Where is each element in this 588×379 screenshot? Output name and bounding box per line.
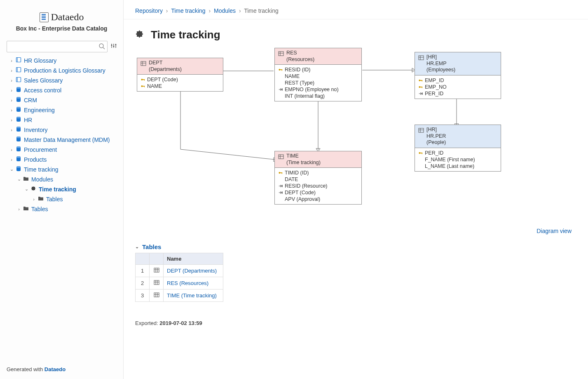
tree-item-time-tracking-module[interactable]: ⌄ Time tracking <box>2 184 122 194</box>
crumb-sep: › <box>166 7 168 14</box>
tree-item[interactable]: ›Production & Logistics Glossary <box>2 66 122 75</box>
tree-item[interactable]: ›Inventory <box>2 125 122 135</box>
table-row: 1DEPT (Departments) <box>136 265 223 277</box>
tree-item-tables-outer[interactable]: › Tables <box>2 204 122 214</box>
expander-icon[interactable]: › <box>8 118 15 122</box>
svg-rect-77 <box>154 293 159 297</box>
table-icon <box>418 55 424 62</box>
tables-heading-label: Tables <box>142 243 161 250</box>
tables-heading[interactable]: ⌄ Tables <box>135 243 576 250</box>
tree-item[interactable]: ›HR <box>2 115 122 125</box>
col-header-blank <box>150 253 164 265</box>
svg-point-59 <box>419 86 420 88</box>
svg-point-41 <box>279 69 280 71</box>
entity-hr-per[interactable]: [HR]HR.PER(People) PER_IDF_NAME (First n… <box>415 125 501 172</box>
entity-dept[interactable]: DEPT(Departments) DEPT (Code)NAME <box>137 58 223 92</box>
tree-item[interactable]: ›Procurement <box>2 145 122 155</box>
expander-icon[interactable]: › <box>8 58 15 63</box>
expander-icon[interactable]: › <box>8 88 15 93</box>
entity-hr-emp[interactable]: [HR]HR.EMP(Employees) EMP_IDEMP_NOPER_ID <box>415 52 501 99</box>
table-icon <box>141 61 146 68</box>
entity-subtitle: (People) <box>426 139 446 146</box>
svg-rect-51 <box>282 185 283 187</box>
tree-label: Inventory <box>24 127 48 133</box>
expander-icon[interactable]: › <box>30 197 37 202</box>
tree-item[interactable]: ›Engineering <box>2 105 122 115</box>
tree-item-modules[interactable]: ⌄ Modules <box>2 174 122 184</box>
search-icon[interactable] <box>98 43 105 51</box>
svg-rect-52 <box>282 192 283 194</box>
expander-icon[interactable]: › <box>8 78 15 83</box>
tree-label: Products <box>24 156 47 163</box>
er-diagram: DEPT(Departments) DEPT (Code)NAME RES(Re… <box>135 46 576 228</box>
entity-res[interactable]: RES(Resources) RESID (ID)NAMEREST (Type)… <box>274 48 362 101</box>
tree-item[interactable]: ›HR Glossary <box>2 56 122 66</box>
tree-item[interactable]: ›Products <box>2 155 122 165</box>
column-label: APV (Approval) <box>285 196 320 202</box>
expander-icon[interactable]: ⌄ <box>8 167 15 172</box>
crumb-sep: › <box>209 7 211 14</box>
sidebar: Dataedo Box Inc - Enterprise Data Catalo… <box>0 0 124 379</box>
crumb-repository[interactable]: Repository <box>135 7 163 14</box>
svg-rect-63 <box>419 128 424 132</box>
col-header-blank <box>136 253 150 265</box>
expander-icon[interactable]: › <box>8 108 15 113</box>
database-icon <box>15 166 22 173</box>
svg-rect-5 <box>16 58 21 62</box>
table-link[interactable]: DEPT (Departments) <box>167 268 217 274</box>
footer-brand-link[interactable]: Dataedo <box>45 366 66 372</box>
column-row: L_NAME (Last name) <box>418 163 497 169</box>
expander-icon[interactable]: › <box>8 157 15 162</box>
expander-icon[interactable]: ⌄ <box>23 186 30 192</box>
key-icon <box>278 67 283 73</box>
database-icon <box>15 126 22 133</box>
expander-icon[interactable]: › <box>8 127 15 132</box>
filter-icon[interactable] <box>111 43 117 50</box>
main-content: Repository › Time tracking › Modules › T… <box>124 0 588 379</box>
tree-item-tables-inner[interactable]: › Tables <box>2 194 122 204</box>
crumb-current: Time tracking <box>244 7 279 14</box>
tree-item[interactable]: ⌄Time tracking <box>2 165 122 174</box>
expander-icon[interactable]: ⌄ <box>16 177 22 182</box>
expander-icon[interactable]: › <box>8 147 15 152</box>
tree-item[interactable]: Master Data Management (MDM) <box>2 135 122 145</box>
diagram-view-link[interactable]: Diagram view <box>536 228 572 234</box>
svg-rect-53 <box>419 56 424 60</box>
column-row: NAME <box>141 83 220 89</box>
crumb-modules[interactable]: Modules <box>214 7 236 14</box>
tree-item[interactable]: ›Sales Glossary <box>2 75 122 85</box>
svg-point-24 <box>16 146 21 148</box>
key-icon <box>141 83 145 89</box>
svg-point-4 <box>115 45 117 46</box>
expander-icon[interactable]: › <box>8 98 15 103</box>
puzzle-icon <box>135 30 144 40</box>
fk-icon <box>278 190 283 195</box>
crumb-sep: › <box>239 7 241 14</box>
entity-subtitle: (Time tracking) <box>286 160 321 166</box>
crumb-time-tracking[interactable]: Time tracking <box>171 7 206 14</box>
column-label: TIMID (ID) <box>285 170 309 176</box>
table-row: 2RES (Resources) <box>136 277 223 290</box>
expander-icon[interactable]: › <box>8 68 15 73</box>
database-icon <box>15 116 22 123</box>
row-name-cell: DEPT (Departments) <box>164 265 223 277</box>
expander-icon[interactable]: › <box>16 207 22 212</box>
table-link[interactable]: TIME (Time tracking) <box>167 292 217 299</box>
tree-item[interactable]: ›CRM <box>2 95 122 105</box>
entity-schema: [HR] <box>426 127 446 133</box>
column-row: DEPT (Code) <box>141 76 220 83</box>
row-name-cell: TIME (Time tracking) <box>164 290 223 302</box>
svg-rect-7 <box>16 68 21 72</box>
svg-point-0 <box>99 44 103 48</box>
chevron-down-icon: ⌄ <box>135 244 139 250</box>
entity-time[interactable]: TIME(Time tracking) TIMID (ID)DATERESID … <box>274 151 362 205</box>
svg-rect-38 <box>279 52 283 56</box>
column-label: INT (Internal flag) <box>285 93 325 99</box>
tree-label: HR <box>24 117 32 123</box>
row-index: 3 <box>136 290 150 302</box>
table-link[interactable]: RES (Resources) <box>167 280 208 286</box>
folder-icon <box>22 176 30 183</box>
tree-item[interactable]: ›Access control <box>2 85 122 95</box>
search-input[interactable] <box>7 41 108 52</box>
tables-section: ⌄ Tables Name 1DEPT (Departments)2RES (R… <box>135 243 576 302</box>
